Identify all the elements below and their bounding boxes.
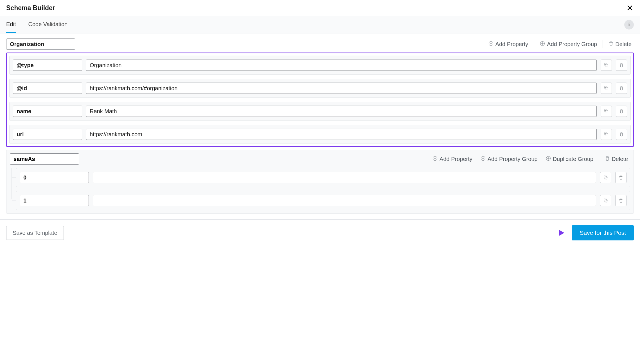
copy-icon [604,86,609,91]
plus-circle-icon [540,41,545,48]
duplicate-property-button[interactable] [600,172,611,183]
separator [534,40,534,48]
separator [603,40,603,48]
trash-icon [619,132,624,136]
property-row [9,79,631,98]
plus-circle-icon [546,156,551,163]
add-property-label: Add Property [495,41,528,47]
delete-property-button[interactable] [615,195,627,206]
duplicate-group-label: Duplicate Group [553,156,594,162]
group-add-property-group-button[interactable]: Add Property Group [478,154,540,164]
delete-property-button[interactable] [616,106,627,117]
group-add-property-group-label: Add Property Group [488,156,538,162]
group-name-input[interactable] [10,153,79,165]
child-value-input[interactable] [93,195,596,206]
add-property-button[interactable]: Add Property [486,40,531,49]
plus-circle-icon [480,156,486,163]
duplicate-property-button[interactable] [601,60,612,71]
group-add-property-button[interactable]: Add Property [430,154,475,164]
svg-rect-26 [604,176,607,178]
arrow-annotation [544,228,565,238]
trash-icon [619,63,624,67]
duplicate-property-button[interactable] [600,195,611,206]
property-key-input[interactable] [13,83,82,94]
tab-edit[interactable]: Edit [6,16,16,33]
property-key-input[interactable] [13,60,82,71]
copy-icon [603,198,608,203]
copy-icon [604,109,609,114]
tab-code-validation[interactable]: Code Validation [28,16,67,33]
svg-rect-25 [605,177,607,179]
separator [599,155,599,163]
delete-button[interactable]: Delete [606,40,634,49]
property-value-input[interactable] [86,83,597,94]
properties-highlight [6,53,634,147]
child-key-input[interactable] [20,172,89,183]
arrow-right-icon [544,228,565,238]
trash-icon [605,156,610,162]
svg-rect-27 [605,200,607,202]
child-key-input[interactable] [20,195,89,206]
delete-property-button[interactable] [615,172,627,183]
duplicate-property-button[interactable] [601,83,612,94]
copy-icon [604,63,609,68]
property-row [9,125,631,144]
info-button[interactable]: i [624,20,634,29]
trash-icon [619,86,624,90]
property-key-input[interactable] [13,106,82,117]
trash-icon [609,41,614,47]
child-value-input[interactable] [93,172,596,183]
save-as-template-button[interactable]: Save as Template [6,226,64,240]
duplicate-property-button[interactable] [601,106,612,117]
group-delete-button[interactable]: Delete [603,155,630,163]
duplicate-group-button[interactable]: Duplicate Group [543,154,596,164]
close-button[interactable] [626,4,634,12]
svg-rect-28 [604,199,607,201]
copy-icon [604,132,609,137]
info-icon: i [628,22,630,28]
property-row [9,56,631,75]
plus-circle-icon [432,156,438,163]
delete-property-button[interactable] [616,129,627,140]
modal-title: Schema Builder [6,4,55,12]
add-property-group-button[interactable]: Add Property Group [537,40,599,49]
group-child-row [16,191,630,210]
trash-icon [619,175,623,180]
delete-property-button[interactable] [616,83,627,94]
delete-property-button[interactable] [616,60,627,71]
close-icon [627,4,633,11]
schema-type-name-input[interactable] [6,38,75,50]
copy-icon [603,175,608,180]
save-for-post-button[interactable]: Save for this Post [572,225,634,240]
svg-rect-13 [605,110,607,112]
group-delete-label: Delete [612,156,628,162]
svg-rect-15 [605,133,607,135]
svg-rect-10 [605,87,608,90]
property-value-input[interactable] [86,60,597,71]
property-row [9,102,631,121]
delete-label: Delete [615,41,632,47]
property-key-input[interactable] [13,129,82,140]
property-group: Add Property Add Property Group Duplicat… [6,150,634,214]
svg-rect-9 [605,63,607,66]
property-value-input[interactable] [86,106,597,117]
add-property-group-label: Add Property Group [547,41,597,47]
duplicate-property-button[interactable] [601,129,612,140]
svg-rect-14 [605,133,608,136]
group-add-property-label: Add Property [440,156,472,162]
svg-rect-12 [605,110,608,113]
group-child-row [16,168,630,187]
plus-circle-icon [488,41,494,48]
property-value-input[interactable] [86,129,597,140]
trash-icon [619,198,623,203]
trash-icon [619,109,624,113]
svg-rect-8 [605,64,608,67]
svg-rect-11 [605,87,607,89]
